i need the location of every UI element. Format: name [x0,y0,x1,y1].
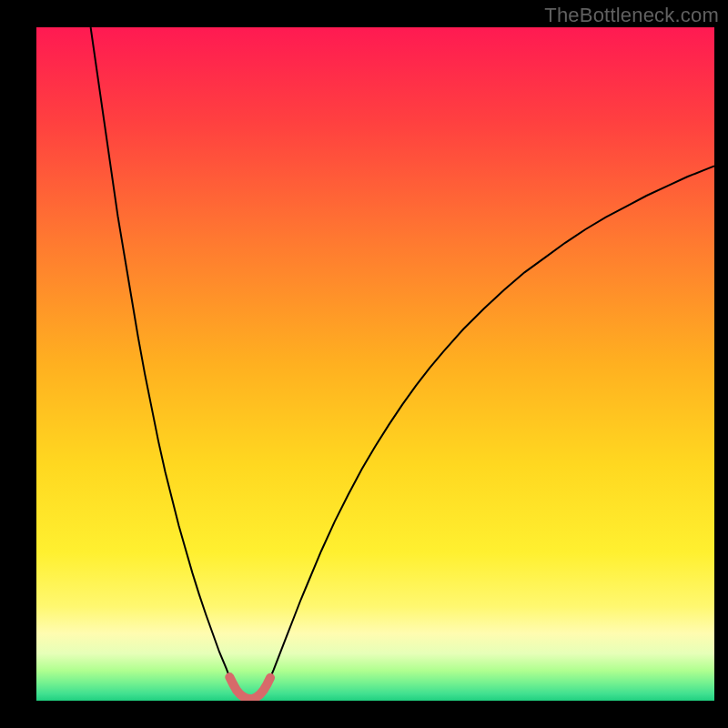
watermark-text: TheBottleneck.com [544,4,719,27]
chart-frame: TheBottleneck.com [0,0,728,728]
gradient-background [36,27,714,701]
plot-area [36,27,714,701]
chart-svg [36,27,714,701]
